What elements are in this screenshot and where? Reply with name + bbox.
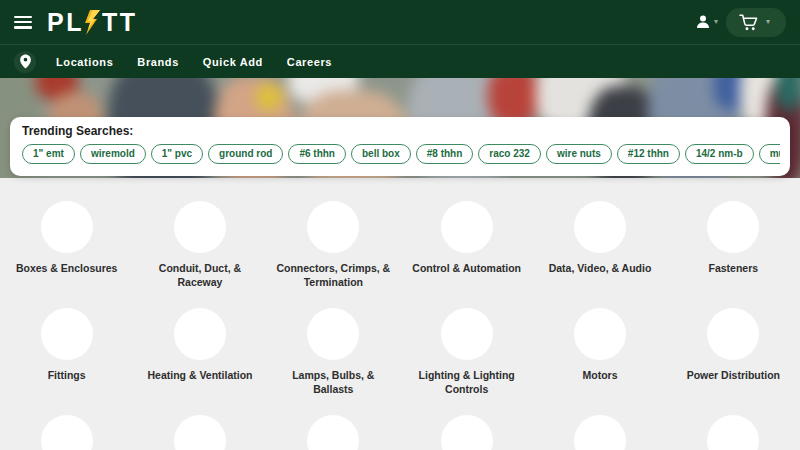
category-image-circle	[41, 415, 93, 450]
category-tile[interactable]: Connectors, Crimps, & Termination	[267, 201, 400, 308]
trending-search-pill[interactable]: 1" pvc	[151, 144, 203, 164]
category-tile[interactable]	[667, 415, 800, 450]
category-label: Fittings	[0, 369, 133, 383]
category-image-circle	[174, 415, 226, 450]
platt-home-page: PL TT ▾ ▾	[0, 0, 800, 450]
nav-link[interactable]: Quick Add	[191, 56, 275, 68]
category-label: Conduit, Duct, & Raceway	[133, 262, 266, 289]
nav-link[interactable]: Locations	[44, 56, 125, 68]
trending-searches-title: Trending Searches:	[22, 124, 780, 138]
logo-text-right: TT	[102, 10, 138, 35]
header: PL TT ▾ ▾	[0, 0, 800, 44]
category-image-circle	[174, 308, 226, 360]
category-label: Lamps, Bulbs, & Ballasts	[267, 369, 400, 396]
category-tile[interactable]: Lighting & Lighting Controls	[400, 308, 533, 415]
trending-search-pill[interactable]: bell box	[351, 144, 411, 164]
category-tile[interactable]: Lamps, Bulbs, & Ballasts	[267, 308, 400, 415]
category-image-circle	[707, 308, 759, 360]
category-label: Power Distribution	[667, 369, 800, 383]
category-tile[interactable]	[400, 415, 533, 450]
category-tile[interactable]: Fasteners	[667, 201, 800, 308]
category-tile[interactable]: Conduit, Duct, & Raceway	[133, 201, 266, 308]
nav-links: Locations Brands Quick Add Careers	[44, 56, 344, 68]
category-tile[interactable]: Control & Automation	[400, 201, 533, 308]
category-image-circle	[574, 415, 626, 450]
user-icon	[695, 14, 711, 30]
menu-icon[interactable]	[14, 16, 32, 29]
trending-search-pill[interactable]: mule tape	[759, 144, 780, 164]
trending-search-pill[interactable]: ground rod	[208, 144, 283, 164]
chevron-down-icon: ▾	[714, 18, 718, 26]
category-tile[interactable]	[133, 415, 266, 450]
trending-search-pill[interactable]: raco 232	[478, 144, 541, 164]
category-image-circle	[707, 201, 759, 253]
category-image-circle	[441, 415, 493, 450]
category-image-circle	[707, 415, 759, 450]
category-label: Heating & Ventilation	[133, 369, 266, 383]
category-label: Motors	[533, 369, 666, 383]
category-tile[interactable]: Power Distribution	[667, 308, 800, 415]
trending-search-pill[interactable]: wire nuts	[546, 144, 612, 164]
category-tile[interactable]: Fittings	[0, 308, 133, 415]
cart-button[interactable]: ▾	[726, 8, 786, 37]
category-label: Lighting & Lighting Controls	[400, 369, 533, 396]
category-image-circle	[574, 201, 626, 253]
category-tile[interactable]: Boxes & Enclosures	[0, 201, 133, 308]
platt-logo[interactable]: PL TT	[47, 10, 138, 35]
category-image-circle	[441, 308, 493, 360]
category-image-circle	[307, 308, 359, 360]
category-image-circle	[41, 308, 93, 360]
category-image-circle	[574, 308, 626, 360]
secondary-navbar: Locations Brands Quick Add Careers	[0, 44, 800, 78]
category-tile[interactable]: Motors	[533, 308, 666, 415]
cart-icon	[739, 14, 758, 31]
nav-link[interactable]: Careers	[275, 56, 344, 68]
category-tile[interactable]: Data, Video, & Audio	[533, 201, 666, 308]
category-label: Data, Video, & Audio	[533, 262, 666, 276]
category-image-circle	[41, 201, 93, 253]
trending-search-pill[interactable]: #12 thhn	[617, 144, 680, 164]
category-image-circle	[307, 415, 359, 450]
trending-search-pill[interactable]: 1" emt	[22, 144, 75, 164]
category-tile[interactable]	[533, 415, 666, 450]
trending-search-pill[interactable]: #6 thhn	[288, 144, 346, 164]
lightning-bolt-icon	[84, 10, 101, 35]
category-image-circle	[174, 201, 226, 253]
category-label: Connectors, Crimps, & Termination	[267, 262, 400, 289]
account-button[interactable]: ▾	[695, 14, 718, 30]
header-actions: ▾ ▾	[695, 8, 786, 37]
trending-search-pill[interactable]: #8 thhn	[416, 144, 474, 164]
category-label: Boxes & Enclosures	[0, 262, 133, 276]
nav-link[interactable]: Brands	[125, 56, 191, 68]
category-section: Boxes & Enclosures Conduit, Duct, & Race…	[0, 178, 800, 450]
category-image-circle	[307, 201, 359, 253]
trending-search-pill[interactable]: 14/2 nm-b	[685, 144, 754, 164]
logo-text-left: PL	[47, 10, 84, 35]
category-tile[interactable]	[267, 415, 400, 450]
category-tile[interactable]: Heating & Ventilation	[133, 308, 266, 415]
category-grid: Boxes & Enclosures Conduit, Duct, & Race…	[0, 201, 800, 450]
category-tile[interactable]	[0, 415, 133, 450]
category-label: Fasteners	[667, 262, 800, 276]
trending-search-pill[interactable]: wiremold	[80, 144, 146, 164]
trending-searches-card: Trending Searches: 1" emt wiremold 1" pv…	[10, 117, 790, 176]
category-image-circle	[441, 201, 493, 253]
location-pin-icon	[14, 51, 36, 73]
trending-pill-row: 1" emt wiremold 1" pvc ground rod #6 thh…	[22, 144, 780, 164]
chevron-down-icon: ▾	[766, 18, 770, 26]
category-label: Control & Automation	[400, 262, 533, 276]
